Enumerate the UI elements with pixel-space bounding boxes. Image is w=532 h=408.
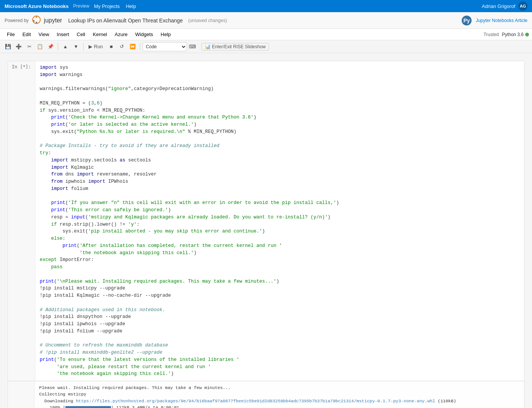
svg-point-3: [33, 20, 35, 22]
chart-bar-icon: 📊: [205, 44, 211, 49]
menu-bar: File Edit View Insert Cell Kernel Azure …: [0, 29, 532, 40]
preview-badge: Preview: [73, 3, 90, 9]
cell-1-input: In [*]: import sys import warnings warni…: [8, 61, 524, 381]
jupyter-icon: [32, 16, 41, 25]
svg-point-2: [36, 22, 37, 23]
trusted-label: Trusted: [483, 32, 499, 37]
jupyter-logo: Powered by jupyter: [5, 16, 62, 25]
menu-view[interactable]: View: [35, 30, 53, 39]
save-button[interactable]: 💾: [3, 42, 13, 52]
toolbar-separator-2: [83, 43, 84, 51]
toolbar-separator-1: [58, 43, 58, 51]
jupyter-brand: jupyter: [44, 17, 62, 24]
python-logo-icon: Py: [461, 15, 472, 26]
python-version-text: Python 3.6: [502, 32, 524, 37]
run-label: Run: [94, 44, 103, 49]
nav-help[interactable]: Help: [126, 3, 136, 9]
avatar[interactable]: AG: [518, 2, 527, 11]
restart-run-button[interactable]: ⏩: [128, 42, 138, 52]
menu-help[interactable]: Help: [157, 30, 175, 39]
cell-1-output-label: [8, 381, 35, 408]
unsaved-changes: (unsaved changes): [188, 18, 227, 23]
stop-button[interactable]: ■: [106, 42, 116, 52]
jupyter-header-bar: Powered by jupyter Lookup IPs on Alienva…: [0, 12, 532, 29]
top-nav-bar: Microsoft Azure Notebooks Preview My Pro…: [0, 0, 532, 12]
cell-1-input-label: In [*]:: [8, 61, 35, 381]
cell-1: In [*]: import sys import warnings warni…: [8, 61, 524, 408]
user-name: Adrian Grigorof: [482, 3, 515, 9]
menu-edit[interactable]: Edit: [19, 30, 35, 39]
menu-azure[interactable]: Azure: [111, 30, 131, 39]
paste-button[interactable]: 📌: [46, 42, 55, 52]
python-version-indicator: Python 3.6: [502, 32, 529, 37]
copy-button[interactable]: 📋: [35, 42, 45, 52]
run-button[interactable]: ▶ Run: [86, 43, 106, 51]
move-up-button[interactable]: ▲: [60, 42, 70, 52]
cell-1-output-content[interactable]: Please wait. Installing required package…: [35, 381, 524, 408]
rise-slideshow-button[interactable]: 📊 Enter/Exit RISE Slideshow: [201, 43, 269, 51]
cell-type-select[interactable]: Code Markdown Raw NBConvert Heading: [142, 42, 187, 51]
svg-text:Py: Py: [463, 17, 470, 24]
toolbar-separator-3: [140, 43, 140, 51]
menu-insert[interactable]: Insert: [53, 30, 73, 39]
menu-widgets[interactable]: Widgets: [131, 30, 157, 39]
keyboard-shortcuts-button[interactable]: ⌨: [188, 42, 198, 52]
toolbar: 💾 ➕ ✂ 📋 📌 ▲ ▼ ▶ Run ■ ↺ ⏩ Code Markdown …: [0, 40, 532, 53]
menu-file[interactable]: File: [3, 30, 19, 39]
brand-name: Microsoft Azure Notebooks: [5, 3, 69, 9]
nav-my-projects[interactable]: My Projects: [94, 3, 120, 9]
add-cell-button[interactable]: ➕: [14, 42, 24, 52]
notebook-main: In [*]: import sys import warnings warni…: [0, 53, 532, 408]
cut-button[interactable]: ✂: [24, 42, 34, 52]
restart-button[interactable]: ↺: [117, 42, 127, 52]
kernel-status-dot: [525, 33, 529, 36]
svg-point-1: [36, 16, 37, 18]
cell-1-code[interactable]: import sys import warnings warnings.filt…: [35, 61, 524, 381]
cell-1-output: Please wait. Installing required package…: [8, 381, 524, 408]
notebook-title[interactable]: Lookup IPs on Alienvault Open Threat Exc…: [68, 17, 183, 24]
move-down-button[interactable]: ▼: [71, 42, 81, 52]
powered-by-label: Powered by: [5, 18, 28, 23]
menu-kernel[interactable]: Kernel: [89, 30, 111, 39]
run-icon: ▶: [89, 44, 92, 49]
rise-label: Enter/Exit RISE Slideshow: [212, 44, 266, 49]
article-link[interactable]: Jupyter Notebooks Article: [476, 18, 527, 23]
menu-cell[interactable]: Cell: [73, 30, 89, 39]
